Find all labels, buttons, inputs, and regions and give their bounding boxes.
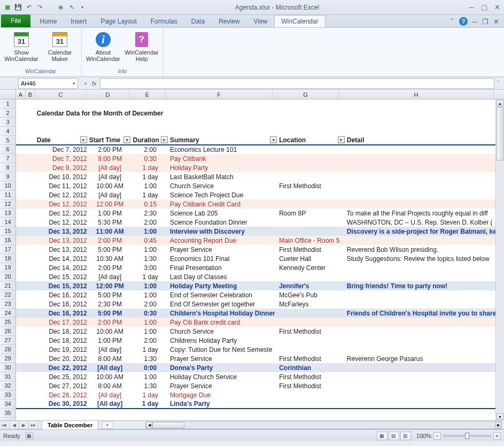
row-header[interactable]: 13 [0, 209, 15, 218]
zoom-slider-knob[interactable] [465, 433, 469, 439]
row-header[interactable]: 12 [0, 199, 15, 209]
expand-formula-bar-icon[interactable]: ˇ [494, 80, 502, 86]
tab-data[interactable]: Data [184, 15, 212, 27]
filter-button[interactable]: ▾ [338, 136, 345, 143]
tab-view[interactable]: View [247, 15, 275, 27]
macro-record-icon[interactable]: ▦ [26, 432, 33, 440]
row-header[interactable]: 17 [0, 245, 15, 254]
filter-button[interactable]: ▾ [161, 136, 168, 143]
workbook-close-icon[interactable]: ✕ [492, 18, 500, 25]
vscroll-thumb[interactable] [497, 107, 503, 160]
tab-home[interactable]: Home [33, 15, 64, 27]
redo-icon[interactable]: ↷ [35, 3, 44, 12]
page-break-view-icon[interactable]: ▥ [400, 432, 411, 440]
window-min-icon[interactable]: ─ [471, 18, 478, 25]
row-header[interactable]: 34 [0, 399, 15, 409]
table-row[interactable]: Dec 7, 20122:00 PM2:00Economics Lecture … [16, 145, 504, 154]
cells-area[interactable]: Calendar Data for the Month of DecemberD… [16, 99, 504, 420]
table-row[interactable]: Dec 12, 20125:30 PM2:00Science Foundatio… [16, 218, 504, 227]
scroll-left-icon[interactable]: ◀ [146, 422, 152, 428]
filter-button[interactable]: ▾ [270, 136, 277, 143]
table-row[interactable]: Dec 20, 20128:00 AM1:30Prayer ServiceFir… [16, 354, 504, 363]
table-row[interactable]: Dec 14, 201210:30 AM1:30Economics 101 Fi… [16, 254, 504, 263]
sheet-nav-prev-icon[interactable]: ◀ [10, 421, 19, 429]
zoom-slider[interactable] [443, 435, 491, 437]
row-header[interactable]: 27 [0, 336, 15, 345]
row-header[interactable]: 4 [0, 127, 15, 136]
row-header[interactable]: 22 [0, 290, 15, 299]
row-header[interactable]: 30 [0, 363, 15, 372]
sheet-nav-first-icon[interactable]: ⏮ [0, 421, 10, 429]
table-row[interactable]: Dec 27, 20128:00 AM1:30Prayer ServiceFir… [16, 381, 504, 390]
minimize-ribbon-icon[interactable]: ˆ [448, 18, 456, 25]
row-header[interactable]: 16 [0, 236, 15, 245]
row-header[interactable]: 5 [0, 136, 15, 145]
tab-page-layout[interactable]: Page Layout [94, 15, 143, 27]
row-header[interactable]: 19 [0, 263, 15, 272]
table-row[interactable]: Dec 15, 2012[All day]1 dayLast Day of Cl… [16, 272, 504, 281]
row-header[interactable]: 3 [0, 118, 15, 127]
about-wincalendar-button[interactable]: i About WinCalendar [86, 30, 120, 67]
table-row[interactable]: Dec 13, 201211:00 AM1:00Interview with D… [16, 227, 504, 236]
row-header[interactable]: 35 [0, 409, 15, 418]
sheet-tab[interactable]: Table December [42, 420, 98, 429]
row-header[interactable]: 15 [0, 227, 15, 236]
row-header[interactable]: 20 [0, 272, 15, 281]
close-icon[interactable]: ✕ [493, 4, 501, 11]
col-header[interactable]: A [16, 90, 26, 99]
row-header[interactable]: 25 [0, 318, 15, 327]
scroll-down-icon[interactable]: ▼ [497, 413, 503, 420]
row-header[interactable]: 10 [0, 181, 15, 190]
row-header[interactable]: 18 [0, 254, 15, 263]
col-header[interactable]: E [129, 90, 166, 99]
window-restore-icon[interactable]: ❐ [482, 18, 489, 25]
col-header[interactable]: B [26, 90, 35, 99]
minimize-icon[interactable]: ─ [468, 4, 475, 11]
hscroll-thumb[interactable] [152, 422, 184, 428]
row-header[interactable]: 31 [0, 372, 15, 381]
zoom-label[interactable]: 100% [416, 433, 431, 439]
row-header[interactable]: 32 [0, 381, 15, 390]
table-row[interactable]: Dec 13, 20122:00 PM0:45Accounting Report… [16, 236, 504, 245]
vertical-scrollbar[interactable]: ▲ ▼ [495, 99, 504, 420]
row-header[interactable]: 26 [0, 327, 15, 336]
table-row[interactable]: Dec 12, 20121:00 PM2:30Science Lab 205Ro… [16, 209, 504, 218]
row-header[interactable]: 23 [0, 299, 15, 309]
row-header[interactable]: 6 [0, 145, 15, 154]
row-header[interactable]: 11 [0, 190, 15, 199]
sheet-nav-last-icon[interactable]: ⏭ [29, 421, 38, 429]
zoom-in-button[interactable]: + [493, 432, 501, 440]
customize-qat-icon[interactable]: ▾ [78, 3, 87, 12]
row-header[interactable]: 21 [0, 281, 15, 290]
row-header[interactable]: 29 [0, 354, 15, 363]
tab-wincalendar[interactable]: WinCalendar [274, 15, 325, 27]
page-layout-view-icon[interactable]: ▤ [389, 432, 399, 440]
insert-sheet-icon[interactable]: ✦ [102, 421, 113, 429]
table-row[interactable]: Dec 16, 20122:30 PM2:00End Of Semester g… [16, 299, 504, 309]
zoom-out-button[interactable]: − [433, 432, 441, 440]
file-tab[interactable]: File [1, 14, 30, 27]
table-row[interactable]: Dec 11, 201210:00 AM1:00Church ServiceFi… [16, 181, 504, 190]
calendar-maker-button[interactable]: Calendar Maker [43, 30, 77, 67]
row-header[interactable]: 14 [0, 218, 15, 227]
refresh-icon[interactable]: ◉ [57, 3, 65, 12]
horizontal-scrollbar[interactable]: ◀ ▶ [145, 421, 502, 429]
row-header[interactable]: 33 [0, 390, 15, 399]
table-row[interactable]: Dec 28, 2012[All day]1 dayMortgage Due [16, 390, 504, 399]
tab-insert[interactable]: Insert [64, 15, 94, 27]
sheet-nav-next-icon[interactable]: ▶ [19, 421, 29, 429]
save-icon[interactable]: 💾 [14, 3, 22, 12]
row-header[interactable]: 8 [0, 163, 15, 172]
tab-formulas[interactable]: Formulas [144, 15, 184, 27]
table-row[interactable]: Dec 18, 201210:00 AM1:00Church ServiceFi… [16, 327, 504, 336]
table-row[interactable]: Dec 10, 2012[All day]1 dayLast BasketBal… [16, 172, 504, 181]
row-header[interactable]: 7 [0, 154, 15, 163]
table-row[interactable]: Dec 12, 2012[All day]1 dayScience Tech P… [16, 190, 504, 199]
wincalendar-help-button[interactable]: ? WinCalendar Help [125, 30, 159, 67]
col-header[interactable]: C [35, 90, 87, 99]
col-header[interactable]: H [339, 90, 494, 99]
row-header[interactable]: 28 [0, 345, 15, 354]
select-all-corner[interactable] [0, 90, 16, 99]
name-box[interactable]: AH46 [18, 78, 78, 89]
help-icon[interactable]: ? [459, 17, 468, 26]
